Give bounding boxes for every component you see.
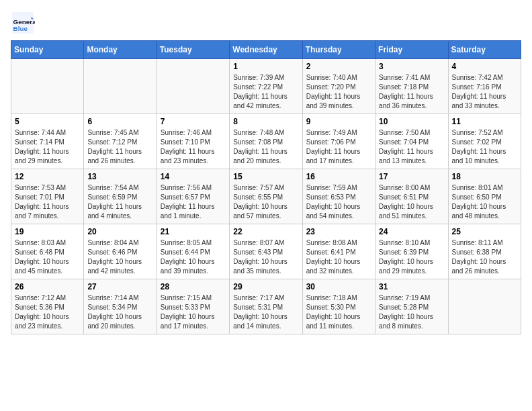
day-info: Sunrise: 7:12 AMSunset: 5:36 PMDaylight:… xyxy=(15,293,80,331)
day-info: Sunrise: 8:08 AMSunset: 6:41 PMDaylight:… xyxy=(306,238,371,276)
day-info: Sunrise: 7:17 AMSunset: 5:31 PMDaylight:… xyxy=(233,293,298,331)
day-number: 1 xyxy=(233,62,298,71)
calendar-day-cell: 8Sunrise: 7:48 AMSunset: 7:08 PMDaylight… xyxy=(230,114,302,169)
calendar-day-cell xyxy=(448,279,521,334)
day-info: Sunrise: 8:05 AMSunset: 6:44 PMDaylight:… xyxy=(161,238,226,276)
day-number: 6 xyxy=(87,117,152,126)
calendar-day-cell: 29Sunrise: 7:17 AMSunset: 5:31 PMDayligh… xyxy=(230,279,302,334)
calendar-day-cell: 30Sunrise: 7:18 AMSunset: 5:30 PMDayligh… xyxy=(302,279,375,334)
calendar-day-cell: 28Sunrise: 7:15 AMSunset: 5:33 PMDayligh… xyxy=(157,279,229,334)
day-number: 17 xyxy=(379,172,444,181)
day-info: Sunrise: 7:48 AMSunset: 7:08 PMDaylight:… xyxy=(233,128,298,166)
day-info: Sunrise: 7:45 AMSunset: 7:12 PMDaylight:… xyxy=(87,128,152,166)
day-info: Sunrise: 7:49 AMSunset: 7:06 PMDaylight:… xyxy=(306,128,371,166)
day-number: 11 xyxy=(452,117,517,126)
day-info: Sunrise: 7:44 AMSunset: 7:14 PMDaylight:… xyxy=(15,128,80,166)
day-number: 19 xyxy=(15,227,80,236)
calendar-day-cell: 17Sunrise: 8:00 AMSunset: 6:51 PMDayligh… xyxy=(375,169,448,224)
calendar-header-row: SundayMondayTuesdayWednesdayThursdayFrid… xyxy=(11,41,521,59)
day-info: Sunrise: 7:19 AMSunset: 5:28 PMDaylight:… xyxy=(379,293,444,331)
day-number: 12 xyxy=(15,172,80,181)
day-info: Sunrise: 8:04 AMSunset: 6:46 PMDaylight:… xyxy=(87,238,152,276)
day-number: 5 xyxy=(15,117,80,126)
day-number: 10 xyxy=(379,117,444,126)
calendar-day-cell: 5Sunrise: 7:44 AMSunset: 7:14 PMDaylight… xyxy=(11,114,84,169)
calendar-day-cell: 31Sunrise: 7:19 AMSunset: 5:28 PMDayligh… xyxy=(375,279,448,334)
calendar-day-cell xyxy=(157,59,229,114)
day-info: Sunrise: 8:11 AMSunset: 6:38 PMDaylight:… xyxy=(452,238,517,276)
calendar-week-row: 5Sunrise: 7:44 AMSunset: 7:14 PMDaylight… xyxy=(11,114,521,169)
calendar-day-cell: 26Sunrise: 7:12 AMSunset: 5:36 PMDayligh… xyxy=(11,279,84,334)
day-of-week-header: Wednesday xyxy=(230,41,302,59)
svg-text:Blue: Blue xyxy=(13,25,28,32)
day-info: Sunrise: 8:07 AMSunset: 6:43 PMDaylight:… xyxy=(233,238,298,276)
day-number: 3 xyxy=(379,62,444,71)
day-of-week-header: Monday xyxy=(84,41,157,59)
calendar-day-cell: 19Sunrise: 8:03 AMSunset: 6:48 PMDayligh… xyxy=(11,224,84,279)
day-number: 4 xyxy=(452,62,517,71)
calendar-day-cell: 12Sunrise: 7:53 AMSunset: 7:01 PMDayligh… xyxy=(11,169,84,224)
day-number: 18 xyxy=(452,172,517,181)
day-info: Sunrise: 7:54 AMSunset: 6:59 PMDaylight:… xyxy=(87,183,152,221)
calendar-day-cell: 4Sunrise: 7:42 AMSunset: 7:16 PMDaylight… xyxy=(448,59,521,114)
day-number: 2 xyxy=(306,62,371,71)
day-number: 14 xyxy=(161,172,226,181)
calendar-day-cell: 21Sunrise: 8:05 AMSunset: 6:44 PMDayligh… xyxy=(157,224,229,279)
day-number: 26 xyxy=(15,282,80,291)
calendar-day-cell: 20Sunrise: 8:04 AMSunset: 6:46 PMDayligh… xyxy=(84,224,157,279)
day-info: Sunrise: 7:53 AMSunset: 7:01 PMDaylight:… xyxy=(15,183,80,221)
calendar-day-cell: 18Sunrise: 8:01 AMSunset: 6:50 PMDayligh… xyxy=(448,169,521,224)
calendar-day-cell xyxy=(11,59,84,114)
day-number: 23 xyxy=(306,227,371,236)
day-info: Sunrise: 8:01 AMSunset: 6:50 PMDaylight:… xyxy=(452,183,517,221)
day-info: Sunrise: 7:15 AMSunset: 5:33 PMDaylight:… xyxy=(161,293,226,331)
day-of-week-header: Friday xyxy=(375,41,448,59)
day-info: Sunrise: 7:18 AMSunset: 5:30 PMDaylight:… xyxy=(306,293,371,331)
day-number: 8 xyxy=(233,117,298,126)
calendar-week-row: 1Sunrise: 7:39 AMSunset: 7:22 PMDaylight… xyxy=(11,59,521,114)
calendar-day-cell: 9Sunrise: 7:49 AMSunset: 7:06 PMDaylight… xyxy=(302,114,375,169)
calendar-week-row: 19Sunrise: 8:03 AMSunset: 6:48 PMDayligh… xyxy=(11,224,521,279)
calendar-week-row: 26Sunrise: 7:12 AMSunset: 5:36 PMDayligh… xyxy=(11,279,521,334)
day-number: 24 xyxy=(379,227,444,236)
day-info: Sunrise: 7:14 AMSunset: 5:34 PMDaylight:… xyxy=(87,293,152,331)
day-info: Sunrise: 7:59 AMSunset: 6:53 PMDaylight:… xyxy=(306,183,371,221)
day-info: Sunrise: 7:40 AMSunset: 7:20 PMDaylight:… xyxy=(306,73,371,111)
day-number: 15 xyxy=(233,172,298,181)
day-number: 16 xyxy=(306,172,371,181)
calendar-day-cell: 25Sunrise: 8:11 AMSunset: 6:38 PMDayligh… xyxy=(448,224,521,279)
day-number: 13 xyxy=(87,172,152,181)
calendar-day-cell: 10Sunrise: 7:50 AMSunset: 7:04 PMDayligh… xyxy=(375,114,448,169)
day-number: 27 xyxy=(87,282,152,291)
day-number: 7 xyxy=(161,117,226,126)
day-of-week-header: Saturday xyxy=(448,41,521,59)
day-info: Sunrise: 7:41 AMSunset: 7:18 PMDaylight:… xyxy=(379,73,444,111)
calendar-day-cell: 23Sunrise: 8:08 AMSunset: 6:41 PMDayligh… xyxy=(302,224,375,279)
day-info: Sunrise: 8:03 AMSunset: 6:48 PMDaylight:… xyxy=(15,238,80,276)
page-header: General Blue xyxy=(11,11,521,35)
day-of-week-header: Sunday xyxy=(11,41,84,59)
day-number: 28 xyxy=(161,282,226,291)
calendar-day-cell: 22Sunrise: 8:07 AMSunset: 6:43 PMDayligh… xyxy=(230,224,302,279)
calendar-day-cell: 11Sunrise: 7:52 AMSunset: 7:02 PMDayligh… xyxy=(448,114,521,169)
day-info: Sunrise: 7:57 AMSunset: 6:55 PMDaylight:… xyxy=(233,183,298,221)
calendar-day-cell: 27Sunrise: 7:14 AMSunset: 5:34 PMDayligh… xyxy=(84,279,157,334)
day-number: 25 xyxy=(452,227,517,236)
calendar-day-cell: 3Sunrise: 7:41 AMSunset: 7:18 PMDaylight… xyxy=(375,59,448,114)
calendar-day-cell: 2Sunrise: 7:40 AMSunset: 7:20 PMDaylight… xyxy=(302,59,375,114)
calendar-day-cell: 13Sunrise: 7:54 AMSunset: 6:59 PMDayligh… xyxy=(84,169,157,224)
day-info: Sunrise: 7:52 AMSunset: 7:02 PMDaylight:… xyxy=(452,128,517,166)
calendar-day-cell: 14Sunrise: 7:56 AMSunset: 6:57 PMDayligh… xyxy=(157,169,229,224)
day-info: Sunrise: 8:00 AMSunset: 6:51 PMDaylight:… xyxy=(379,183,444,221)
day-number: 20 xyxy=(87,227,152,236)
calendar-day-cell: 1Sunrise: 7:39 AMSunset: 7:22 PMDaylight… xyxy=(230,59,302,114)
calendar-day-cell: 7Sunrise: 7:46 AMSunset: 7:10 PMDaylight… xyxy=(157,114,229,169)
day-number: 31 xyxy=(379,282,444,291)
calendar-day-cell: 15Sunrise: 7:57 AMSunset: 6:55 PMDayligh… xyxy=(230,169,302,224)
day-info: Sunrise: 7:39 AMSunset: 7:22 PMDaylight:… xyxy=(233,73,298,111)
calendar-day-cell: 16Sunrise: 7:59 AMSunset: 6:53 PMDayligh… xyxy=(302,169,375,224)
calendar-day-cell: 6Sunrise: 7:45 AMSunset: 7:12 PMDaylight… xyxy=(84,114,157,169)
day-number: 29 xyxy=(233,282,298,291)
day-number: 9 xyxy=(306,117,371,126)
day-number: 30 xyxy=(306,282,371,291)
